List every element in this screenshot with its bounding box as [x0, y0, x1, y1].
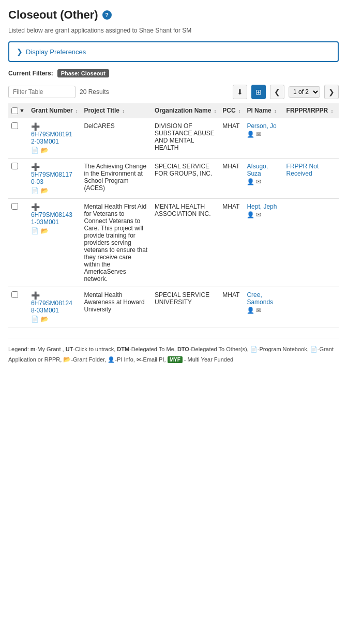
- row3-program-notebook-icon[interactable]: 📄: [31, 227, 39, 234]
- row2-frppr-link[interactable]: FRPPR Not Received: [286, 163, 319, 177]
- row4-org-name: SPECIAL SERVICE UNIVERSITY: [152, 287, 219, 327]
- row4-grant-folder-icon[interactable]: 📂: [41, 316, 49, 323]
- row4-grant-link[interactable]: 6H79SM08124 8-03M001: [31, 300, 72, 314]
- row2-grant-link[interactable]: 5H79SM08117 0-03: [31, 171, 72, 185]
- header-org-name: Organization Name ↕: [152, 103, 219, 118]
- page-title: Closeout (Other): [8, 8, 98, 22]
- row2-project-title: The Achieving Change in the Environment …: [81, 159, 152, 199]
- next-page-button[interactable]: ❯: [324, 85, 339, 99]
- table-controls: 20 Results ⬇ ⊞ ❮ 1 of 2 2 of 2 ❯: [8, 85, 339, 99]
- sort-pcc[interactable]: ↕: [238, 108, 241, 114]
- row4-email-pi-icon[interactable]: ✉: [256, 307, 261, 314]
- subtitle: Listed below are grant applications assi…: [8, 27, 339, 34]
- display-preferences-label: Display Preferences: [26, 48, 86, 56]
- row2-pcc: MHAT: [219, 159, 244, 199]
- header-checkbox-col: ▼: [8, 103, 28, 118]
- row2-pi-info-icon[interactable]: 👤: [247, 178, 254, 185]
- help-icon[interactable]: ?: [102, 10, 112, 20]
- header-frppr: FRPPR/IRPPR ↕: [283, 103, 339, 118]
- table-header-row: ▼ Grant Number ↕ Project Title ↕ Organiz…: [8, 103, 339, 118]
- row1-checkbox[interactable]: [11, 122, 18, 129]
- row2-checkbox[interactable]: [11, 163, 18, 169]
- header-menu-icon[interactable]: ▼: [19, 107, 25, 114]
- sort-grant-number[interactable]: ↕: [76, 108, 78, 114]
- row4-checkbox[interactable]: [11, 291, 18, 298]
- row3-org-name: MENTAL HEALTH ASSOCIATION INC.: [152, 199, 219, 287]
- row1-grant-folder-icon[interactable]: 📂: [41, 147, 49, 154]
- filters-label: Current Filters:: [8, 70, 53, 77]
- row1-pi-link[interactable]: Person, Jo: [247, 122, 276, 130]
- display-preferences-panel[interactable]: ❯ Display Preferences: [8, 41, 339, 62]
- row3-pi-info-icon[interactable]: 👤: [247, 211, 254, 218]
- grants-table: ▼ Grant Number ↕ Project Title ↕ Organiz…: [8, 103, 339, 327]
- legend-section: Legend: m-My Grant , UT-Click to untrack…: [8, 338, 339, 365]
- row1-project-title: DelCARES: [81, 118, 152, 159]
- sort-org-name[interactable]: ↕: [214, 108, 217, 114]
- row3-grant-folder-icon[interactable]: 📂: [41, 227, 49, 234]
- row2-email-pi-icon[interactable]: ✉: [256, 178, 261, 185]
- table-row: ➕ 6H79SM08191 2-03M001 📄 📂 DelCARES DIVI…: [8, 118, 339, 159]
- row4-pi-info-icon[interactable]: 👤: [247, 307, 254, 314]
- filter-table-input[interactable]: [8, 86, 76, 98]
- row1-program-notebook-icon[interactable]: 📄: [31, 147, 39, 154]
- row2-org-name: SPECIAL SERVICE FOR GROUPS, INC.: [152, 159, 219, 199]
- legend-label: Legend: m-My Grant , UT-Click to untrack…: [8, 346, 334, 363]
- sort-pi-name[interactable]: ↕: [274, 108, 277, 114]
- row1-pi-info-icon[interactable]: 👤: [247, 131, 254, 138]
- row3-grant-link[interactable]: 6H79SM08143 1-03M001: [31, 211, 72, 226]
- header-pi-name: PI Name ↕: [244, 103, 283, 118]
- table-row: ➕ 5H79SM08117 0-03 📄 📂 The Achieving Cha…: [8, 159, 339, 199]
- row3-frppr: [283, 199, 339, 287]
- grid-view-button[interactable]: ⊞: [251, 85, 266, 99]
- header-grant-number: Grant Number ↕: [28, 103, 81, 118]
- row2-grant-folder-icon[interactable]: 📂: [41, 187, 49, 194]
- row4-pi-link[interactable]: Cree, Samonds: [247, 291, 273, 306]
- row2-expand-icon[interactable]: ➕: [31, 163, 40, 171]
- sort-project-title[interactable]: ↕: [122, 108, 125, 114]
- row3-email-pi-icon[interactable]: ✉: [256, 211, 261, 218]
- row3-expand-icon[interactable]: ➕: [31, 203, 40, 211]
- filters-row: Current Filters: Phase: Closeout: [8, 69, 339, 77]
- row3-pi-link[interactable]: Hept, Jeph: [247, 203, 277, 210]
- row3-project-title: Mental Health First Aid for Veterans to …: [81, 199, 152, 287]
- row1-expand-icon[interactable]: ➕: [31, 122, 40, 131]
- page-select[interactable]: 1 of 2 2 of 2: [289, 86, 320, 98]
- table-row: ➕ 6H79SM08124 8-03M001 📄 📂 Mental Health…: [8, 287, 339, 327]
- select-all-checkbox[interactable]: [11, 107, 18, 114]
- chevron-right-icon: ❯: [17, 48, 23, 56]
- table-row: ➕ 6H79SM08143 1-03M001 📄 📂 Mental Health…: [8, 199, 339, 287]
- row1-frppr: [283, 118, 339, 159]
- row1-org-name: DIVISION OF SUBSTANCE ABUSE AND MENTAL H…: [152, 118, 219, 159]
- row4-frppr: [283, 287, 339, 327]
- row2-pi-link[interactable]: Afsugo, Suza: [247, 163, 268, 177]
- row4-program-notebook-icon[interactable]: 📄: [31, 316, 39, 323]
- row2-frppr: FRPPR Not Received: [283, 159, 339, 199]
- row4-expand-icon[interactable]: ➕: [31, 291, 40, 300]
- row1-pcc: MHAT: [219, 118, 244, 159]
- page-header: Closeout (Other) ?: [8, 8, 339, 22]
- header-pcc: PCC ↕: [219, 103, 244, 118]
- row1-grant-link[interactable]: 6H79SM08191 2-03M001: [31, 131, 72, 145]
- row4-pcc: MHAT: [219, 287, 244, 327]
- row2-program-notebook-icon[interactable]: 📄: [31, 187, 39, 194]
- download-button[interactable]: ⬇: [233, 85, 247, 99]
- sort-frppr[interactable]: ↕: [331, 108, 334, 114]
- prev-page-button[interactable]: ❮: [270, 85, 284, 99]
- myf-badge: MYF: [168, 356, 183, 363]
- row3-checkbox[interactable]: [11, 203, 18, 210]
- results-count: 20 Results: [80, 88, 229, 96]
- row4-project-title: Mental Health Awareness at Howard Univer…: [81, 287, 152, 327]
- row3-pcc: MHAT: [219, 199, 244, 287]
- row1-email-pi-icon[interactable]: ✉: [256, 131, 261, 138]
- phase-closeout-badge[interactable]: Phase: Closeout: [57, 69, 109, 77]
- header-project-title: Project Title ↕: [81, 103, 152, 118]
